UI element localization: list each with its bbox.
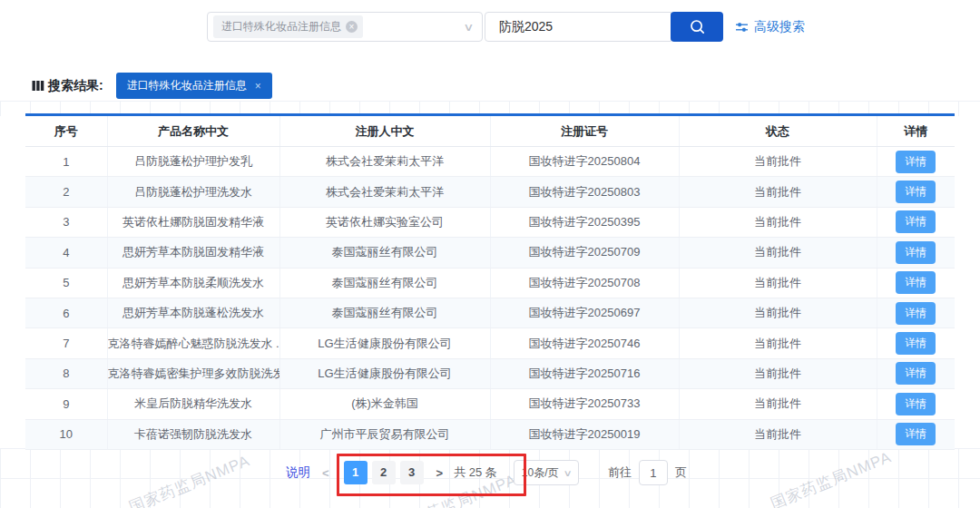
pager-pages: 123 xyxy=(344,461,424,484)
product-name: 米皇后防脱精华洗发水 xyxy=(107,389,279,419)
row-index: 9 xyxy=(25,389,107,419)
watermark-text: 国家药监局NMPA xyxy=(768,446,895,508)
results-label-text: 搜索结果: xyxy=(48,78,103,94)
product-name: 思妍芳草本防脱柔顺洗发水 xyxy=(107,268,279,298)
cert-number: 国妆特进字20250395 xyxy=(490,207,679,237)
page-button[interactable]: 2 xyxy=(372,461,396,484)
table-row: 1吕防脱蓬松护理护发乳株式会社爱茉莉太平洋国妆特进字20250804当前批件详情 xyxy=(25,147,955,177)
results-label: 搜索结果: xyxy=(32,78,103,94)
cert-number: 国妆特进字20250803 xyxy=(490,177,679,207)
row-index: 5 xyxy=(25,268,107,298)
search-button[interactable] xyxy=(671,12,723,42)
registrant-name: 泰国蔻丽丝有限公司 xyxy=(279,298,490,327)
registrant-name: 株式会社爱茉莉太平洋 xyxy=(279,147,490,177)
goto-unit-label: 页 xyxy=(675,464,687,481)
registrant-name: 泰国蔻丽丝有限公司 xyxy=(279,238,490,268)
category-tag-close-icon[interactable]: × xyxy=(346,21,358,33)
registrant-name: LG生活健康股份有限公司 xyxy=(279,328,490,358)
detail-button[interactable]: 详情 xyxy=(896,210,936,233)
detail-cell: 详情 xyxy=(877,389,955,419)
detail-button[interactable]: 详情 xyxy=(896,362,936,385)
table-row: 10卡蓓诺强韧防脱洗发水广州市平辰贸易有限公司国妆特进字20250019当前批件… xyxy=(25,419,955,449)
search-icon xyxy=(689,18,706,35)
table-row: 7克洛特睿嫣醉心魅惑防脱洗发水 ...LG生活健康股份有限公司国妆特进字2025… xyxy=(25,328,955,358)
pager-next-icon[interactable]: > xyxy=(436,466,444,480)
total-count-text: 共 25 条 xyxy=(454,464,497,481)
product-name: 卡蓓诺强韧防脱洗发水 xyxy=(107,419,279,449)
category-tag: 进口特殊化妆品注册信息 × xyxy=(213,15,363,38)
detail-cell: 详情 xyxy=(877,298,955,327)
registrant-name: (株)米金韩国 xyxy=(279,389,490,419)
detail-cell: 详情 xyxy=(877,177,955,207)
product-name: 吕防脱蓬松护理洗发水 xyxy=(107,177,279,207)
search-input[interactable] xyxy=(485,12,671,42)
registrant-name: 株式会社爱茉莉太平洋 xyxy=(279,177,490,207)
registrant-name: 泰国蔻丽丝有限公司 xyxy=(279,268,490,298)
table-row: 2吕防脱蓬松护理洗发水株式会社爱茉莉太平洋国妆特进字20250803当前批件详情 xyxy=(25,177,955,207)
table-row: 9米皇后防脱精华洗发水(株)米金韩国国妆特进字20250733当前批件详情 xyxy=(25,389,955,419)
row-index: 10 xyxy=(25,419,107,449)
cert-number: 国妆特进字20250733 xyxy=(490,389,679,419)
status-text: 当前批件 xyxy=(679,328,877,358)
detail-cell: 详情 xyxy=(877,419,955,449)
status-text: 当前批件 xyxy=(679,207,877,237)
product-name: 思妍芳草本防脱固发精华液 xyxy=(107,238,279,268)
note-link[interactable]: 说明 xyxy=(286,464,310,481)
detail-button[interactable]: 详情 xyxy=(896,151,936,173)
page-button[interactable]: 1 xyxy=(344,461,368,484)
search-bar: 进口特殊化妆品注册信息 × ∨ xyxy=(207,12,723,42)
chevron-down-icon: ∨ xyxy=(563,468,572,478)
active-filter-tag[interactable]: 进口特殊化妆品注册信息 × xyxy=(116,73,272,99)
registrant-name: 广州市平辰贸易有限公司 xyxy=(279,419,490,449)
goto-page-input[interactable] xyxy=(639,460,668,485)
row-index: 1 xyxy=(25,147,107,177)
column-header: 详情 xyxy=(877,115,955,147)
filter-tag-close-icon[interactable]: × xyxy=(255,80,261,93)
detail-button[interactable]: 详情 xyxy=(896,332,936,355)
status-text: 当前批件 xyxy=(679,298,877,327)
status-text: 当前批件 xyxy=(679,147,877,177)
table-row: 6思妍芳草本防脱蓬松洗发水泰国蔻丽丝有限公司国妆特进字20250697当前批件详… xyxy=(25,298,955,327)
detail-cell: 详情 xyxy=(877,147,955,177)
filter-tag-label: 进口特殊化妆品注册信息 xyxy=(127,78,247,93)
detail-button[interactable]: 详情 xyxy=(896,302,936,325)
chevron-down-icon: ∨ xyxy=(463,21,474,34)
search-category-select[interactable]: 进口特殊化妆品注册信息 × ∨ xyxy=(207,12,483,42)
cert-number: 国妆特进字20250709 xyxy=(490,238,679,268)
row-index: 7 xyxy=(25,328,107,358)
product-name: 英诺依杜娜防脱固发精华液 xyxy=(107,207,279,237)
cert-number: 国妆特进字20250019 xyxy=(490,419,679,449)
detail-cell: 详情 xyxy=(877,358,955,388)
table-row: 5思妍芳草本防脱柔顺洗发水泰国蔻丽丝有限公司国妆特进字20250708当前批件详… xyxy=(25,268,955,298)
cert-number: 国妆特进字20250746 xyxy=(490,328,679,358)
column-header: 注册人中文 xyxy=(279,115,490,147)
column-header: 注册证号 xyxy=(490,115,679,147)
table-row: 3英诺依杜娜防脱固发精华液英诺依杜娜实验室公司国妆特进字20250395当前批件… xyxy=(25,207,955,237)
product-name: 克洛特睿嫣密集护理多效防脱洗发... xyxy=(107,358,279,388)
cert-number: 国妆特进字20250708 xyxy=(490,268,679,298)
page-button[interactable]: 3 xyxy=(400,461,424,484)
sliders-icon xyxy=(735,21,749,34)
advanced-search-link[interactable]: 高级搜索 xyxy=(735,19,805,35)
grid-icon xyxy=(32,80,44,92)
page-size-select[interactable]: 10条/页 ∨ xyxy=(514,460,579,485)
goto-label: 前往 xyxy=(608,464,632,481)
advanced-search-label: 高级搜索 xyxy=(754,19,805,35)
column-header: 产品名称中文 xyxy=(107,115,279,147)
table-row: 4思妍芳草本防脱固发精华液泰国蔻丽丝有限公司国妆特进字20250709当前批件详… xyxy=(25,238,955,268)
results-table: 序号产品名称中文注册人中文注册证号状态详情 1吕防脱蓬松护理护发乳株式会社爱茉莉… xyxy=(25,113,955,450)
registrant-name: 英诺依杜娜实验室公司 xyxy=(279,207,490,237)
detail-cell: 详情 xyxy=(877,268,955,298)
detail-cell: 详情 xyxy=(877,328,955,358)
detail-button[interactable]: 详情 xyxy=(896,393,936,415)
pager-prev-icon[interactable]: < xyxy=(322,466,329,480)
detail-button[interactable]: 详情 xyxy=(896,271,936,294)
row-index: 3 xyxy=(25,207,107,237)
detail-button[interactable]: 详情 xyxy=(896,241,936,264)
detail-button[interactable]: 详情 xyxy=(896,423,936,445)
detail-button[interactable]: 详情 xyxy=(896,181,936,203)
watermark-text: 国家药监局NMPA xyxy=(126,450,253,508)
page: 国家药监局NMPA 国家药监局NMPA 国家药监局NMPA 进口特殊化妆品注册信… xyxy=(0,0,980,508)
table-header-row: 序号产品名称中文注册人中文注册证号状态详情 xyxy=(25,115,955,147)
row-index: 2 xyxy=(25,177,107,207)
